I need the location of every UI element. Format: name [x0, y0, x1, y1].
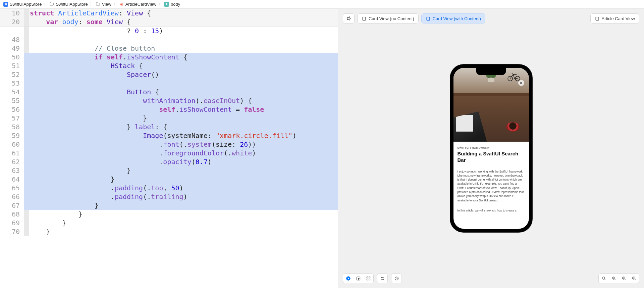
article-category: SWIFTUI FRAMEWORK	[458, 146, 525, 149]
fold-ribbon[interactable]	[24, 227, 29, 236]
fold-ribbon[interactable]	[24, 123, 29, 131]
preview-tab-no-content[interactable]: Card View (no Content)	[357, 13, 419, 23]
fold-ribbon[interactable]	[24, 27, 29, 35]
fold-ribbon[interactable]	[24, 88, 29, 96]
iphone-frame: ✕ SWIFTUI FRAMEWORK Building a SwiftUI S…	[450, 64, 532, 232]
svg-rect-8	[369, 277, 370, 278]
code-line[interactable]: }	[29, 114, 338, 123]
code-body[interactable]: ? 0 : 15)4849 // Close button50 if self.…	[0, 27, 338, 288]
fold-ribbon[interactable]	[24, 131, 29, 140]
svg-rect-2	[596, 17, 599, 20]
pin-preview-button[interactable]	[343, 13, 355, 23]
line-number: 59	[0, 131, 24, 140]
chevron-right-icon: 〉	[90, 2, 94, 7]
live-preview-button[interactable]	[343, 274, 353, 283]
line-number: 49	[0, 44, 24, 53]
fold-ribbon[interactable]	[24, 175, 29, 184]
zoom-in-icon	[632, 276, 637, 281]
fold-ribbon[interactable]	[24, 35, 29, 44]
code-line[interactable]: }	[29, 201, 338, 210]
svg-point-12	[383, 279, 384, 280]
zoom-actual-button[interactable]	[619, 274, 629, 283]
selectable-preview-button[interactable]	[353, 274, 363, 283]
fold-ribbon[interactable]	[24, 149, 29, 157]
fold-ribbon[interactable]	[24, 9, 29, 17]
pin-icon	[346, 16, 351, 21]
article-paragraph: I enjoy so much working with the SwiftUI…	[458, 170, 525, 203]
code-line[interactable]: .font(.system(size: 26))	[29, 140, 338, 149]
breadcrumb: ⧉ SwiftUIAppStore 〉 SwiftUIAppStore 〉 Vi…	[0, 0, 644, 9]
line-number: 58	[0, 123, 24, 131]
fold-ribbon[interactable]	[24, 201, 29, 210]
line-number: 70	[0, 227, 24, 236]
fold-ribbon[interactable]	[24, 210, 29, 219]
code-line[interactable]: }	[29, 227, 338, 236]
fold-ribbon[interactable]	[24, 96, 29, 105]
fold-ribbon[interactable]	[24, 114, 29, 123]
code-line[interactable]: .padding(.trailing)	[29, 192, 338, 201]
zoom-out-button[interactable]	[599, 274, 609, 283]
code-line[interactable]	[29, 79, 338, 88]
fold-ribbon[interactable]	[24, 184, 29, 192]
code-line[interactable]: HStack {	[29, 61, 338, 70]
preview-tab-article-card[interactable]: Article Card View	[590, 13, 639, 23]
code-line[interactable]: ? 0 : 15)	[29, 27, 338, 35]
breadcrumb-item-symbol[interactable]: P body	[164, 2, 180, 7]
code-line[interactable]: Image(systemName: "xmark.circle.fill")	[29, 131, 338, 140]
code-line[interactable]: .foregroundColor(.white)	[29, 149, 338, 157]
code-line[interactable]: .opacity(0.7)	[29, 157, 338, 166]
preview-device-canvas[interactable]: ✕ SWIFTUI FRAMEWORK Building a SwiftUI S…	[338, 9, 644, 288]
folder-icon	[49, 2, 54, 7]
code-line[interactable]: // Close button	[29, 44, 338, 53]
zoom-in-button[interactable]	[629, 274, 639, 283]
canvas-settings-button[interactable]	[391, 274, 401, 283]
fold-ribbon[interactable]	[24, 140, 29, 149]
code-line[interactable]: Button {	[29, 88, 338, 96]
line-number: 51	[0, 61, 24, 70]
fold-ribbon[interactable]	[24, 192, 29, 201]
card-icon	[426, 16, 431, 21]
line-number: 56	[0, 105, 24, 114]
code-line[interactable]: var body: some View {	[29, 17, 338, 26]
code-line[interactable]	[29, 35, 338, 44]
preview-settings-group	[391, 273, 402, 283]
fold-ribbon[interactable]	[24, 157, 29, 166]
code-line[interactable]: struct ArticleCardView: View {	[29, 9, 338, 17]
fold-ribbon[interactable]	[24, 70, 29, 79]
fold-ribbon[interactable]	[24, 53, 29, 61]
code-line[interactable]: withAnimation(.easeInOut) {	[29, 96, 338, 105]
svg-rect-7	[367, 277, 368, 278]
code-line[interactable]: }	[29, 175, 338, 184]
code-line[interactable]: .padding(.top, 50)	[29, 184, 338, 192]
code-line[interactable]: }	[29, 219, 338, 227]
fold-ribbon[interactable]	[24, 79, 29, 88]
code-line[interactable]: if self.isShowContent {	[29, 53, 338, 61]
fold-ribbon[interactable]	[24, 17, 29, 26]
fold-ribbon[interactable]	[24, 166, 29, 175]
svg-rect-10	[369, 279, 370, 280]
code-editor[interactable]: 10struct ArticleCardView: View {20 var b…	[0, 9, 338, 288]
breadcrumb-item-folder[interactable]: View	[96, 2, 111, 7]
breadcrumb-item-project[interactable]: ⧉ SwiftUIAppStore	[3, 2, 42, 7]
variants-preview-button[interactable]	[363, 274, 373, 283]
breadcrumb-item-group[interactable]: SwiftUIAppStore	[49, 2, 88, 7]
line-number: 68	[0, 210, 24, 219]
zoom-group	[598, 273, 639, 283]
close-icon: ✕	[518, 80, 524, 86]
zoom-fit-button[interactable]	[609, 274, 619, 283]
preview-bottom-bar	[338, 273, 644, 283]
fold-ribbon[interactable]	[24, 44, 29, 53]
fold-ribbon[interactable]	[24, 105, 29, 114]
code-line[interactable]: self.isShowContent = false	[29, 105, 338, 114]
sliders-icon	[380, 276, 385, 281]
breadcrumb-item-file[interactable]: ArticleCardView	[119, 2, 156, 7]
code-line[interactable]: }	[29, 210, 338, 219]
fold-ribbon[interactable]	[24, 219, 29, 227]
device-settings-button[interactable]	[377, 274, 387, 283]
fold-ribbon[interactable]	[24, 61, 29, 70]
code-line[interactable]: Spacer()	[29, 70, 338, 79]
code-line[interactable]: } label: {	[29, 123, 338, 131]
code-line[interactable]: }	[29, 166, 338, 175]
preview-tab-with-content[interactable]: Card View (with Content)	[421, 13, 485, 23]
preview-toolbar: Card View (no Content) Card View (with C…	[338, 13, 644, 23]
